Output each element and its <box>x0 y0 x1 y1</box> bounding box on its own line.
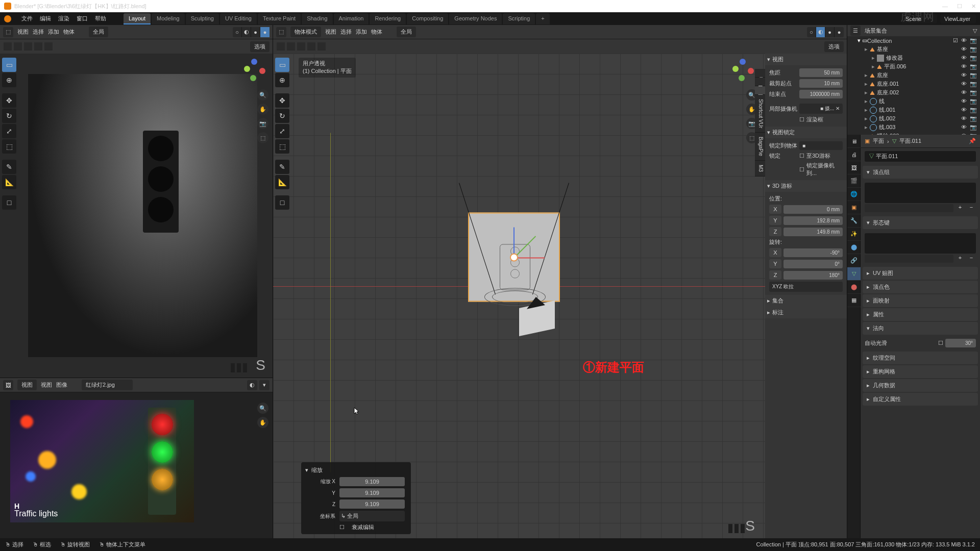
cursor-rx[interactable]: -90° <box>783 248 843 257</box>
ptab-scene[interactable]: 🎬 <box>847 174 861 188</box>
orient-field[interactable]: ↳ 全局 <box>339 511 405 521</box>
ptab-object[interactable]: ▣ <box>847 201 861 214</box>
tool-cursor[interactable]: ⊕ <box>2 73 16 87</box>
ntab-bagapie[interactable]: BagaPie <box>755 133 765 161</box>
vp-menu-object[interactable]: 物体 <box>371 28 382 36</box>
pin-icon[interactable]: 📌 <box>969 138 976 144</box>
img-channel-icon[interactable]: ▾ <box>259 380 270 390</box>
orientation-main[interactable]: 全局 <box>397 27 416 37</box>
selected-plane[interactable] <box>468 213 560 302</box>
outliner-item[interactable]: ▸修改器👁📷 <box>847 54 980 62</box>
ntab-item[interactable]: 项 <box>755 69 765 78</box>
prop-panel-2[interactable]: ▸UV 贴图 <box>863 267 978 280</box>
tool-select[interactable]: ▭ <box>2 58 16 72</box>
clipend-field[interactable]: 1000000 mm <box>799 90 843 98</box>
viewport-menu-object[interactable]: 物体 <box>63 28 75 36</box>
tab-scripting[interactable]: Scripting <box>503 13 535 24</box>
tab-animation[interactable]: Animation <box>334 13 369 24</box>
ptab-texture[interactable]: ▦ <box>847 294 861 307</box>
tool-rotate-m[interactable]: ↻ <box>275 109 289 123</box>
prop-panel-8[interactable]: ▸重构网格 <box>863 365 978 378</box>
options-dropdown[interactable]: 选项 <box>250 41 270 52</box>
tool-annotate[interactable]: ✎ <box>2 160 16 174</box>
img-menu-view[interactable]: 视图 <box>41 381 52 389</box>
clipstart-field[interactable]: 10 mm <box>799 79 843 88</box>
img-mode[interactable]: 视图 <box>17 380 37 390</box>
prop-panel-5[interactable]: ▸属性 <box>863 308 978 321</box>
tool-rotate[interactable]: ↻ <box>2 109 16 123</box>
tool-measure-m[interactable]: 📐 <box>275 175 289 189</box>
scene-field[interactable]: Scene <box>901 14 937 23</box>
nav-gizmo-main[interactable] <box>729 58 755 83</box>
menu-help[interactable]: 帮助 <box>95 15 106 22</box>
prop-panel-0[interactable]: ▾顶点组 <box>863 166 978 179</box>
camera-icon[interactable]: 📷 <box>257 118 268 129</box>
ptab-modifier[interactable]: 🔧 <box>847 214 861 228</box>
editor-type-icon[interactable]: ⬚ <box>3 27 13 37</box>
cursor-y[interactable]: 192.8 mm <box>783 216 843 225</box>
shading-pills[interactable]: ○◐●● <box>233 27 270 37</box>
outliner-item[interactable]: ▸线.002👁📷 <box>847 114 980 123</box>
prop-panel-6[interactable]: ▾法向 <box>863 322 978 335</box>
ptab-data[interactable]: ▽ <box>847 267 861 281</box>
ptab-world[interactable]: 🌐 <box>847 188 861 201</box>
ntab-m3[interactable]: M3 <box>755 161 765 177</box>
menu-file[interactable]: 文件 <box>21 15 33 22</box>
prop-panel-7[interactable]: ▸纹理空间 <box>863 352 978 364</box>
tool-scale-m[interactable]: ⤢ <box>275 124 289 138</box>
tab-add[interactable]: + <box>536 13 549 24</box>
pan-icon[interactable]: ✋ <box>257 104 268 115</box>
tool-transform[interactable]: ⬚ <box>2 139 16 154</box>
menu-edit[interactable]: 编辑 <box>40 15 51 22</box>
viewport-menu-view[interactable]: 视图 <box>17 28 29 36</box>
nav-gizmo[interactable] <box>241 58 266 83</box>
tab-modeling[interactable]: Modeling <box>152 13 185 24</box>
filter-icon[interactable]: ▽ <box>973 28 977 34</box>
tab-texpaint[interactable]: Texture Paint <box>258 13 301 24</box>
ptab-material[interactable]: ⬤ <box>847 281 861 294</box>
tab-sculpting[interactable]: Sculpting <box>186 13 219 24</box>
cursor-z[interactable]: 149.8 mm <box>783 228 843 236</box>
close-button[interactable]: ✕ <box>971 3 976 10</box>
img-menu-image[interactable]: 图像 <box>56 381 67 389</box>
ntab-tool[interactable]: 工具 <box>755 78 765 86</box>
outliner-item[interactable]: ▸基座👁📷 <box>847 45 980 54</box>
scale-x-field[interactable]: 9.109 <box>339 477 405 486</box>
outliner-item[interactable]: ▸平面.006👁📷 <box>847 62 980 71</box>
tool-transform-m[interactable]: ⬚ <box>275 139 289 154</box>
img-file-field[interactable]: 红绿灯2.jpg <box>82 380 133 390</box>
tool-move[interactable]: ✥ <box>2 93 16 108</box>
img-zoom-icon[interactable]: 🔍 <box>257 403 268 414</box>
ptab-physics[interactable]: ⬤ <box>847 241 861 254</box>
cursor-x[interactable]: 0 mm <box>783 205 843 214</box>
editor-type-main-icon[interactable]: ⬚ <box>276 27 286 37</box>
scale-y-field[interactable]: 9.109 <box>339 488 405 497</box>
tab-geonodes[interactable]: Geometry Nodes <box>449 13 502 24</box>
menu-render[interactable]: 渲染 <box>58 15 69 22</box>
tab-compositing[interactable]: Compositing <box>407 13 448 24</box>
zoom-icon[interactable]: 🔍 <box>257 89 268 101</box>
outliner-item[interactable]: ▸底座.001👁📷 <box>847 80 980 88</box>
shading-main[interactable]: ○◐●● <box>807 27 844 37</box>
prop-panel-10[interactable]: ▸自定义属性 <box>863 393 978 406</box>
ptab-particle[interactable]: ✨ <box>847 228 861 241</box>
orientation-dropdown[interactable]: 全局 <box>89 27 108 37</box>
rotation-mode[interactable]: XYZ 欧拉 <box>769 282 843 292</box>
minimize-button[interactable]: — <box>942 3 948 10</box>
focal-field[interactable]: 50 mm <box>799 68 843 77</box>
options-main[interactable]: 选项 <box>824 41 844 52</box>
img-pan-icon[interactable]: ✋ <box>257 417 268 428</box>
tab-layout[interactable]: Layout <box>124 13 151 24</box>
tab-uv[interactable]: UV Editing <box>220 13 257 24</box>
maximize-button[interactable]: ☐ <box>957 3 962 10</box>
collection-row[interactable]: ▾ ▭ Collection ☑👁📷 <box>847 36 980 45</box>
tab-shading[interactable]: Shading <box>302 13 332 24</box>
img-editor-type-icon[interactable]: 🖼 <box>3 380 13 390</box>
outliner-item[interactable]: ▸线👁📷 <box>847 97 980 106</box>
ptab-output[interactable]: 🖨 <box>847 148 861 161</box>
prop-panel-1[interactable]: ▾形态键 <box>863 216 978 229</box>
ptab-render[interactable]: 🖥 <box>847 135 861 148</box>
viewport-left[interactable]: ▭ ⊕ ✥ ↻ ⤢ ⬚ ✎ 📐 □ <box>0 54 273 378</box>
cursor-rz[interactable]: 180° <box>783 271 843 280</box>
mode-dropdown[interactable]: 物体模式 <box>290 27 321 37</box>
